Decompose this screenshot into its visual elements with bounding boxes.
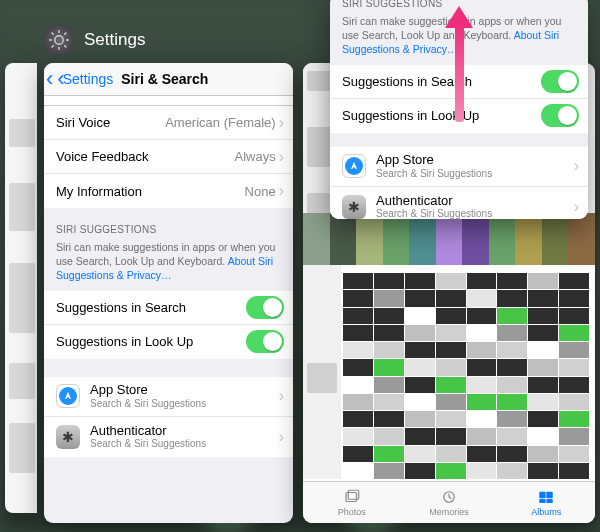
photo-thumb[interactable] xyxy=(383,213,410,265)
photo-thumb[interactable] xyxy=(409,213,436,265)
mosaic-cell xyxy=(374,463,404,479)
mosaic-cell xyxy=(405,273,435,289)
mosaic-cell xyxy=(497,428,527,444)
toggle-on-icon[interactable] xyxy=(541,104,579,127)
section-header-suggestions: SIRI SUGGESTIONS xyxy=(330,0,588,12)
mosaic-cell xyxy=(405,325,435,341)
row-my-information[interactable]: My Information None› xyxy=(44,174,293,208)
mosaic-cell xyxy=(497,446,527,462)
svg-rect-4 xyxy=(540,492,546,498)
mosaic-cell xyxy=(436,394,466,410)
settings-overlay-card[interactable]: SIRI SUGGESTIONS Siri can make suggestio… xyxy=(330,0,588,219)
back-button[interactable]: ‹ Settings xyxy=(57,68,113,90)
mosaic-cell xyxy=(528,428,558,444)
mosaic-cell xyxy=(559,377,589,393)
mosaic-cell xyxy=(343,359,373,375)
tab-photos[interactable]: Photos xyxy=(303,482,400,523)
photo-thumb[interactable] xyxy=(568,213,595,265)
row-value: American (Female) xyxy=(165,115,276,130)
mosaic-cell xyxy=(374,290,404,306)
mosaic-cell xyxy=(467,290,497,306)
authenticator-icon: ✱ xyxy=(56,425,80,449)
photo-thumb[interactable] xyxy=(515,213,542,265)
mosaic-cell xyxy=(343,325,373,341)
mosaic-cell xyxy=(497,377,527,393)
row-label: Suggestions in Look Up xyxy=(342,108,479,123)
chevron-right-icon: › xyxy=(574,157,579,175)
mosaic-cell xyxy=(467,463,497,479)
settings-app-icon xyxy=(44,25,74,55)
app-row-authenticator[interactable]: ✱ Authenticator Search & Siri Suggestion… xyxy=(44,417,293,457)
section-subtext: Siri can make suggestions in apps or whe… xyxy=(44,238,293,291)
row-voice-feedback[interactable]: Voice Feedback Always› xyxy=(44,140,293,174)
switcher-card-header: Settings xyxy=(44,25,145,55)
mosaic-cell xyxy=(528,308,558,324)
mosaic-cell xyxy=(467,446,497,462)
mosaic-cell xyxy=(559,428,589,444)
row-suggestions-lookup[interactable]: Suggestions in Look Up xyxy=(44,325,293,359)
photo-thumb[interactable] xyxy=(489,213,516,265)
photo-thumb[interactable] xyxy=(542,213,569,265)
row-siri-voice[interactable]: Siri Voice American (Female)› xyxy=(44,106,293,140)
toggle-on-icon[interactable] xyxy=(246,296,284,319)
row-label: Suggestions in Search xyxy=(342,74,472,89)
toggle-on-icon[interactable] xyxy=(541,70,579,93)
settings-card[interactable]: ‹ ‹ Settings Siri & Search Siri Voice Am… xyxy=(44,63,293,523)
memories-icon xyxy=(439,488,459,506)
row-value: None xyxy=(245,184,276,199)
photo-thumb[interactable] xyxy=(356,213,383,265)
mosaic-cell xyxy=(374,377,404,393)
mosaic-cell xyxy=(374,446,404,462)
mosaic-cell xyxy=(528,463,558,479)
app-sub: Search & Siri Suggestions xyxy=(376,168,574,179)
mosaic-cell xyxy=(405,446,435,462)
mosaic-cell xyxy=(343,463,373,479)
authenticator-icon: ✱ xyxy=(342,195,366,219)
mosaic-cell xyxy=(497,463,527,479)
mosaic-cell xyxy=(374,342,404,358)
svg-rect-7 xyxy=(547,499,553,503)
chevron-left-icon[interactable]: ‹ xyxy=(46,68,53,90)
mosaic-cell xyxy=(497,273,527,289)
tab-memories[interactable]: Memories xyxy=(400,482,497,523)
mosaic-cell xyxy=(497,325,527,341)
row-suggestions-search[interactable]: Suggestions in Search xyxy=(330,65,588,99)
mosaic-cell xyxy=(467,325,497,341)
mosaic-cell xyxy=(528,411,558,427)
chevron-right-icon: › xyxy=(574,198,579,216)
row-suggestions-search[interactable]: Suggestions in Search xyxy=(44,291,293,325)
row-label: Suggestions in Search xyxy=(56,300,186,315)
mosaic-cell xyxy=(436,411,466,427)
mosaic-cell xyxy=(405,359,435,375)
mosaic-cell xyxy=(559,342,589,358)
mosaic-cell xyxy=(467,342,497,358)
app-name: App Store xyxy=(90,383,279,397)
mosaic-cell xyxy=(436,290,466,306)
mosaic-cell xyxy=(436,325,466,341)
svg-rect-1 xyxy=(346,493,357,502)
suggestions-toggle-group: Suggestions in Search Suggestions in Loo… xyxy=(44,291,293,359)
photo-thumb[interactable] xyxy=(462,213,489,265)
photo-thumb[interactable] xyxy=(436,213,463,265)
mosaic-cell xyxy=(528,290,558,306)
mosaic-cell xyxy=(559,290,589,306)
mosaic-cell xyxy=(559,359,589,375)
photo-thumb[interactable] xyxy=(303,213,330,265)
app-row-app-store[interactable]: App Store Search & Siri Suggestions › xyxy=(44,377,293,417)
photo-thumb[interactable] xyxy=(330,213,357,265)
nav-bar: ‹ ‹ Settings Siri & Search xyxy=(44,63,293,96)
row-suggestions-lookup[interactable]: Suggestions in Look Up xyxy=(330,99,588,133)
app-row-app-store[interactable]: App Store Search & Siri Suggestions › xyxy=(330,147,588,187)
tab-label: Memories xyxy=(429,507,469,517)
mosaic-cell xyxy=(436,428,466,444)
tab-albums[interactable]: Albums xyxy=(498,482,595,523)
app-row-authenticator[interactable]: ✱ Authenticator Search & Siri Suggestion… xyxy=(330,187,588,219)
mosaic-cell xyxy=(559,394,589,410)
mosaic-cell xyxy=(559,308,589,324)
toggle-on-icon[interactable] xyxy=(246,330,284,353)
page-title: Siri & Search xyxy=(121,71,208,87)
chevron-right-icon: › xyxy=(279,428,284,446)
mosaic-cell xyxy=(343,342,373,358)
row-label: Siri Voice xyxy=(56,115,110,130)
switcher-peek-card[interactable] xyxy=(5,63,37,513)
